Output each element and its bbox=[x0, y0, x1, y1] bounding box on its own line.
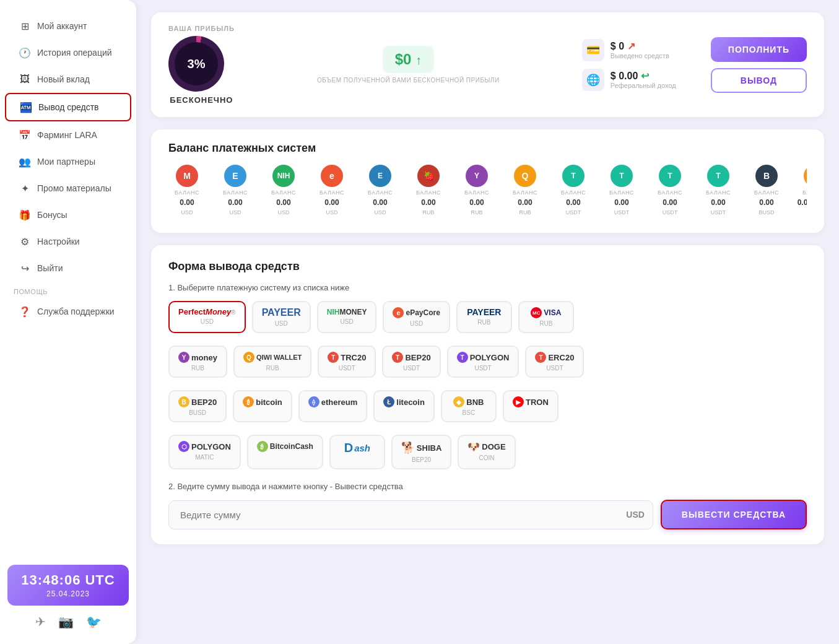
gauge-circle: 3% bbox=[168, 36, 224, 92]
sidebar-item-withdraw[interactable]: 🏧 Вывод средств bbox=[5, 93, 131, 121]
payment-grid-row3: B BEP20 BUSD ₿ bitcoin ⟠ ethereum bbox=[168, 390, 807, 422]
balance-items: M БАЛАНС 0.00 USD E БАЛАНС 0.00 USD NIH … bbox=[168, 165, 807, 220]
balance-item-btc: ₿ БАЛАНС 0.0000000 BTC bbox=[796, 165, 807, 215]
sidebar-socials: ✈ 📷 🐦 bbox=[7, 606, 129, 632]
payment-option-pm[interactable]: PerfectMoney® USD bbox=[168, 301, 246, 333]
instagram-icon[interactable]: 📷 bbox=[58, 614, 74, 629]
support-icon: ❓ bbox=[19, 305, 31, 318]
balance-item-rub2: Y БАЛАНС 0.00 RUB bbox=[458, 165, 495, 215]
balance-icon-n: NIH bbox=[272, 165, 295, 187]
payment-option-bep20-usdt[interactable]: T BEP20 USDT bbox=[382, 346, 440, 378]
profit-amount-block: $0 ↑ ОБЪЕМ ПОЛУЧЕННОЙ ВАМИ БЕСКОНЕЧНОЙ П… bbox=[252, 46, 565, 84]
bep20-busd-icon: B bbox=[178, 396, 189, 407]
payment-option-payeer-usd[interactable]: PAYEER USD bbox=[252, 301, 311, 333]
balance-item-rub1: 🍓 БАЛАНС 0.00 RUB bbox=[410, 165, 447, 215]
sidebar: ⊞ Мой аккаунт 🕐 История операций 🖼 Новый… bbox=[0, 0, 136, 644]
profit-gauge: ВАША ПРИБЫЛЬ 3% БЕСКОНЕЧНО bbox=[168, 25, 235, 105]
payment-option-doge[interactable]: 🐶 DOGE COIN bbox=[458, 435, 515, 469]
help-section-label: ПОМОЩЬ bbox=[0, 282, 136, 298]
trc20-icon: T bbox=[328, 352, 339, 363]
withdraw-form-title: Форма вывода средств bbox=[168, 260, 807, 273]
balance-item-usdt4: T БАЛАНС 0.00 USDT bbox=[700, 165, 737, 215]
payment-option-trc20[interactable]: T TRC20 USDT bbox=[318, 346, 376, 378]
payment-option-dash[interactable]: D ash bbox=[329, 435, 385, 469]
withdraw-submit-button[interactable]: ВЫВЕСТИ СРЕДСТВА bbox=[661, 500, 807, 529]
sidebar-item-settings[interactable]: ⚙ Настройки bbox=[5, 228, 131, 255]
payment-option-bitcoin[interactable]: ₿ bitcoin bbox=[233, 390, 292, 422]
logout-icon: ↪ bbox=[19, 262, 31, 274]
gauge-percent: 3% bbox=[175, 42, 218, 85]
sidebar-item-my-account[interactable]: ⊞ Мой аккаунт bbox=[5, 13, 131, 39]
balance-icon-p2: E bbox=[369, 165, 391, 187]
payment-option-bitcoincash[interactable]: ₿ BitcoinCash bbox=[247, 435, 323, 469]
balance-item-usdt3: T БАЛАНС 0.00 USDT bbox=[651, 165, 689, 215]
sidebar-item-history[interactable]: 🕐 История операций bbox=[5, 40, 131, 66]
payment-option-visa-rub[interactable]: MC VISA RUB bbox=[518, 301, 574, 333]
payment-option-money-rub[interactable]: Y money RUB bbox=[168, 346, 227, 378]
payment-option-ethereum[interactable]: ⟠ ethereum bbox=[298, 390, 368, 422]
payment-option-litecoin[interactable]: Ł litecoin bbox=[373, 390, 435, 422]
profit-arrow: ↑ bbox=[415, 53, 422, 67]
payment-option-shiba[interactable]: 🐕 SHIBA BEP20 bbox=[391, 435, 451, 469]
payment-option-tron[interactable]: ▶ TRON bbox=[503, 390, 559, 422]
balance-icon-m: M bbox=[176, 165, 198, 187]
balance-icon-rub3: Q bbox=[514, 165, 536, 187]
payment-option-nihmoney[interactable]: NIHMONEY USD bbox=[317, 301, 377, 333]
payment-grid-row4: ⬡ POLYGON MATIC ₿ BitcoinCash D ash bbox=[168, 435, 807, 469]
referral-arrow: ↩ bbox=[641, 71, 649, 81]
telegram-icon[interactable]: ✈ bbox=[35, 614, 46, 629]
balance-icon-e1: E bbox=[224, 165, 246, 187]
balance-icon-usdt3: T bbox=[659, 165, 681, 187]
withdrawn-label: Выведено средств bbox=[611, 52, 669, 59]
promo-icon: ✦ bbox=[19, 182, 31, 194]
payment-option-bnb[interactable]: ◆ BNB BSC bbox=[441, 390, 497, 422]
withdrawn-icon-box: 💳 bbox=[582, 39, 604, 61]
sidebar-item-new-deposit[interactable]: 🖼 Новый вклад bbox=[5, 66, 131, 92]
balance-icon-rub2: Y bbox=[466, 165, 488, 187]
sidebar-item-promo[interactable]: ✦ Промо материалы bbox=[5, 175, 131, 201]
payment-option-epaycore[interactable]: e ePayCore USD bbox=[383, 301, 450, 333]
withdrawn-arrow: ↗ bbox=[627, 41, 635, 51]
payment-option-polygon-usdt[interactable]: T POLYGON USDT bbox=[447, 346, 519, 378]
balance-item-rub3: Q БАЛАНС 0.00 RUB bbox=[506, 165, 544, 215]
sidebar-item-farming[interactable]: 📅 Фарминг LARA bbox=[5, 122, 131, 148]
doge-icon: 🐶 bbox=[467, 441, 480, 453]
bonuses-icon: 🎁 bbox=[19, 209, 31, 221]
your-profit-label: ВАША ПРИБЫЛЬ bbox=[168, 25, 235, 32]
profit-sublabel: ОБЪЕМ ПОЛУЧЕННОЙ ВАМИ БЕСКОНЕЧНОЙ ПРИБЫЛ… bbox=[252, 77, 565, 84]
withdraw-card: Форма вывода средств 1. Выберите платежн… bbox=[151, 245, 824, 544]
money-icon: Y bbox=[178, 352, 189, 363]
sidebar-item-support[interactable]: ❓ Служба поддержки bbox=[5, 298, 131, 324]
step2-label: 2. Ведите сумму вывода и нажмите кнопку … bbox=[168, 482, 807, 491]
sidebar-bottom: 13:48:06 UTC 25.04.2023 ✈ 📷 🐦 bbox=[0, 555, 136, 632]
sidebar-item-logout[interactable]: ↪ Выйти bbox=[5, 255, 131, 281]
balance-icon-busd: B bbox=[755, 165, 778, 187]
sidebar-item-partners[interactable]: 👥 Мои партнеры bbox=[5, 149, 131, 175]
withdraw-button-top[interactable]: ВЫВОД bbox=[711, 68, 807, 93]
mastercard-icon: MC bbox=[531, 307, 542, 318]
balance-scroll[interactable]: M БАЛАНС 0.00 USD E БАЛАНС 0.00 USD NIH … bbox=[168, 165, 807, 220]
balance-icon-btc: ₿ bbox=[804, 165, 807, 187]
bnb-icon: ◆ bbox=[453, 396, 464, 407]
deposit-icon: 🖼 bbox=[19, 73, 31, 85]
balance-item-e1: E БАЛАНС 0.00 USD bbox=[217, 165, 254, 215]
payment-option-polygon-matic[interactable]: ⬡ POLYGON MATIC bbox=[168, 435, 241, 469]
qiwi-icon: Q bbox=[243, 352, 254, 363]
balance-item-m: M БАЛАНС 0.00 USD bbox=[168, 165, 206, 215]
twitter-icon[interactable]: 🐦 bbox=[86, 614, 102, 629]
amount-input[interactable] bbox=[168, 500, 653, 529]
payment-option-bep20-busd[interactable]: B BEP20 BUSD bbox=[168, 390, 227, 422]
referral-stat: 🌐 $ 0.00 ↩ Реферальный доход bbox=[582, 69, 693, 91]
replenish-button[interactable]: ПОПОЛНИТЬ bbox=[711, 37, 807, 62]
sidebar-clock: 13:48:06 UTC 25.04.2023 bbox=[7, 565, 129, 606]
sidebar-item-bonuses[interactable]: 🎁 Бонусы bbox=[5, 202, 131, 228]
payment-option-payeer-rub[interactable]: PAYEER RUB bbox=[456, 301, 512, 333]
farming-icon: 📅 bbox=[19, 129, 31, 141]
balance-item-busd: B БАЛАНС 0.00 BUSD bbox=[748, 165, 785, 215]
withdrawn-stat: 💳 $ 0 ↗ Выведено средств bbox=[582, 39, 693, 61]
balance-card: Баланс платежных систем M БАЛАНС 0.00 US… bbox=[151, 129, 824, 233]
main-content: ВАША ПРИБЫЛЬ 3% БЕСКОНЕЧНО $0 ↑ ОБЪЕМ ПО… bbox=[136, 0, 839, 644]
epaycore-icon: e bbox=[393, 307, 404, 318]
payment-option-erc20[interactable]: T ERC20 USDT bbox=[525, 346, 584, 378]
payment-option-qiwi[interactable]: Q QIWI WALLET RUB bbox=[233, 346, 311, 378]
